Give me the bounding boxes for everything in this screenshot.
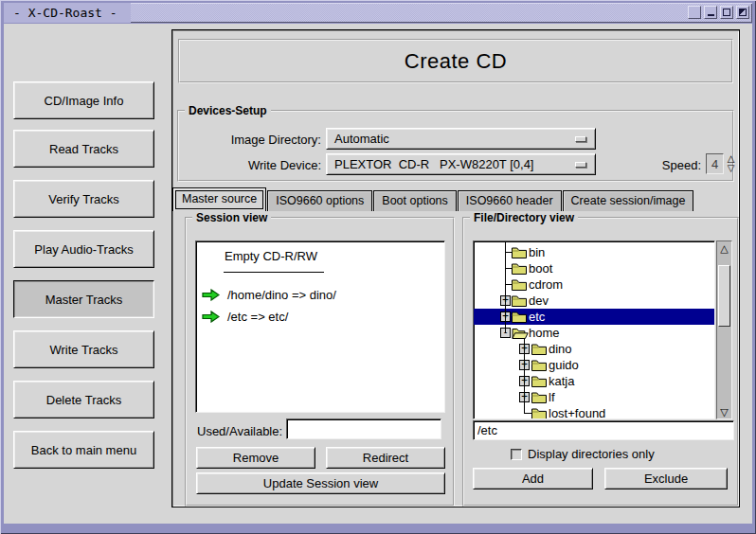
add-button[interactable]: Add: [473, 468, 593, 490]
speed-value-box: 4: [706, 153, 724, 174]
sidebar-button[interactable]: Write Tracks: [13, 330, 154, 368]
update-session-view-button[interactable]: Update Session view: [196, 472, 445, 494]
tree-row[interactable]: lost+found: [474, 405, 714, 419]
tree-item-label: bin: [529, 245, 545, 259]
tree-item-label: etc: [529, 310, 545, 324]
session-entry-label: /home/dino => dino/: [227, 288, 336, 302]
sidebar-button-label: CD/Image Info: [45, 94, 124, 108]
sidebar-button-label: Delete Tracks: [46, 393, 121, 407]
dropdown-indicator-icon: [575, 136, 586, 142]
sidebar-button-label: Master Tracks: [45, 293, 123, 307]
tab[interactable]: ISO9660 options: [267, 190, 372, 211]
main-panel: Create CD Devices-Setup Image Directory:…: [171, 29, 740, 507]
image-directory-label: Image Directory:: [179, 133, 321, 147]
sidebar-button[interactable]: Delete Tracks: [13, 381, 154, 418]
devices-setup-frame: Devices-Setup Image Directory: Automatic…: [177, 110, 734, 182]
tree-row[interactable]: + dino: [474, 341, 714, 357]
restore-window-button[interactable]: [736, 6, 749, 19]
session-view-frame: Session view Empty CD-R/RW /home/dino =>…: [185, 217, 455, 507]
update-session-view-button-label: Update Session view: [263, 476, 378, 490]
folder-icon: [512, 294, 527, 307]
file-directory-view-legend: File/Directory view: [470, 211, 578, 224]
folder-icon: [531, 343, 547, 355]
tab[interactable]: Master source: [172, 187, 266, 211]
tree-row[interactable]: boot: [474, 260, 714, 276]
write-device-dropdown[interactable]: PLEXTOR CD-R PX-W8220T [0,4]: [326, 153, 596, 175]
sidebar-button[interactable]: Verify Tracks: [13, 180, 154, 218]
session-view-legend: Session view: [192, 211, 271, 224]
used-available-label: Used/Available:: [197, 424, 282, 438]
image-directory-value: Automatic: [334, 132, 389, 146]
maximize-window-button[interactable]: [720, 6, 733, 19]
sidebar-button[interactable]: CD/Image Info: [13, 81, 154, 119]
sidebar-button[interactable]: Read Tracks: [13, 130, 154, 168]
restore-icon: [739, 9, 747, 16]
folder-icon: [531, 407, 547, 419]
tree-row[interactable]: + lf: [474, 389, 714, 405]
sidebar-button[interactable]: Master Tracks: [13, 280, 154, 318]
window-title: - X-CD-Roast -: [4, 3, 131, 23]
file-directory-view-frame: File/Directory view bin: [462, 217, 739, 507]
tree-row[interactable]: - home: [474, 325, 714, 341]
session-arrow-icon: [202, 289, 220, 301]
session-arrow-icon: [202, 311, 220, 323]
folder-icon: [512, 278, 527, 291]
tree-scrollbar[interactable]: △ ▽: [716, 240, 732, 419]
folder-open-icon: [512, 327, 529, 339]
blank-window-button[interactable]: [688, 6, 701, 19]
tab[interactable]: ISO9660 header: [458, 190, 562, 211]
exclude-button-label: Exclude: [644, 472, 688, 486]
tree-item-label: boot: [529, 261, 552, 276]
session-divider: [224, 272, 324, 273]
used-available-input[interactable]: [286, 418, 441, 439]
directory-tree[interactable]: bin boot: [473, 240, 715, 419]
iconify-window-button[interactable]: [704, 6, 717, 19]
folder-icon: [512, 311, 527, 323]
session-entry-label: /etc => etc/: [227, 310, 288, 324]
maximize-icon: [723, 9, 730, 16]
tab[interactable]: Boot options: [373, 190, 457, 211]
image-directory-dropdown[interactable]: Automatic: [326, 128, 596, 150]
tree-row[interactable]: cdrom: [474, 276, 714, 293]
tree-row[interactable]: bin: [474, 244, 714, 260]
session-empty-label: Empty CD-R/RW: [225, 249, 444, 263]
scrollbar-thumb[interactable]: [718, 265, 730, 327]
tree-row[interactable]: + etc: [474, 309, 714, 325]
sidebar-button[interactable]: Play Audio-Tracks: [13, 230, 154, 268]
folder-icon: [512, 246, 527, 258]
speed-value: 4: [711, 157, 718, 171]
tree-item-label: home: [529, 326, 560, 340]
sidebar-button[interactable]: Back to main menu: [13, 431, 154, 469]
write-device-value: PLEXTOR CD-R PX-W8220T [0,4]: [334, 157, 533, 171]
tree-item-label: lf: [549, 390, 555, 404]
sidebar-button-label: Play Audio-Tracks: [34, 242, 133, 257]
path-input[interactable]: [473, 420, 734, 440]
speed-label: Speed:: [610, 158, 701, 172]
tree-row[interactable]: + katja: [474, 373, 714, 389]
redirect-button[interactable]: Redirect: [326, 447, 445, 469]
display-directories-checkbox[interactable]: [511, 449, 522, 460]
scroll-down-icon[interactable]: ▽: [717, 405, 731, 418]
sidebar-button-label: Verify Tracks: [48, 192, 118, 206]
notebook-tabs: Master source ISO9660 options Boot optio…: [172, 187, 694, 211]
spin-down-icon[interactable]: ▽: [728, 164, 735, 173]
speed-stepper: △ ▽: [725, 153, 737, 174]
session-entry[interactable]: /etc => etc/: [196, 306, 444, 328]
session-entry[interactable]: /home/dino => dino/: [196, 284, 444, 306]
scroll-up-icon[interactable]: △: [717, 241, 731, 255]
titlebar-buttons: [688, 6, 749, 19]
titlebar[interactable]: - X-CD-Roast -: [4, 3, 752, 23]
app-content: CD/Image Info Read Tracks Verify Tracks …: [4, 24, 752, 524]
tab-label: Master source: [182, 192, 257, 205]
tree-item-label: dev: [529, 294, 549, 308]
exclude-button[interactable]: Exclude: [604, 468, 728, 490]
tree-row[interactable]: + dev: [474, 293, 714, 309]
tree-item-label: dino: [549, 342, 572, 356]
sidebar-button-label: Back to main menu: [31, 443, 136, 457]
sidebar-button-label: Read Tracks: [49, 142, 118, 156]
tree-row[interactable]: + guido: [474, 357, 714, 373]
tab[interactable]: Create session/image: [563, 190, 694, 211]
session-list[interactable]: Empty CD-R/RW /home/dino => dino/: [195, 240, 445, 413]
remove-button[interactable]: Remove: [196, 447, 315, 469]
tree-item-label: cdrom: [529, 277, 563, 292]
